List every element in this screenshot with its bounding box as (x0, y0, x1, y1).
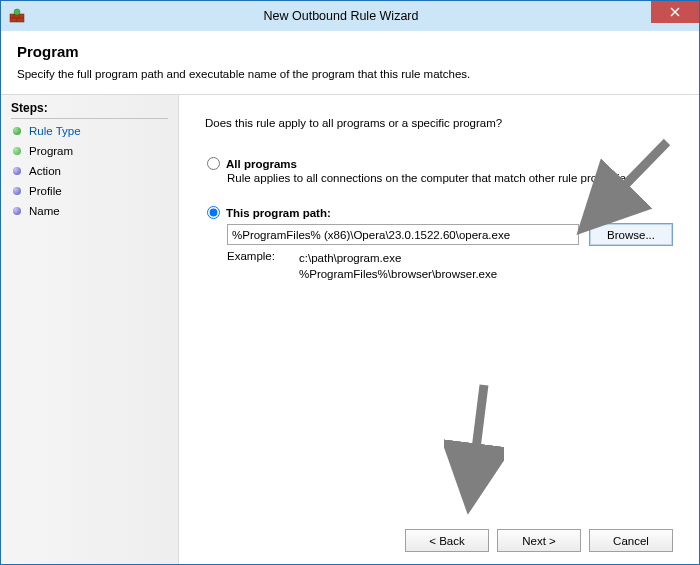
step-bullet-icon (13, 207, 21, 215)
radio-all-programs[interactable] (207, 157, 220, 170)
wizard-body: Steps: Rule Type Program Action Profile … (1, 95, 699, 564)
example-line: %ProgramFiles%\browser\browser.exe (299, 266, 497, 282)
example-line: c:\path\program.exe (299, 250, 497, 266)
option-this-program-path: This program path: Browse... Example: c:… (205, 206, 673, 282)
cancel-button[interactable]: Cancel (589, 529, 673, 552)
next-button[interactable]: Next > (497, 529, 581, 552)
wizard-header: Program Specify the full program path an… (1, 31, 699, 95)
page-subtitle: Specify the full program path and execut… (17, 68, 683, 80)
window-title: New Outbound Rule Wizard (31, 9, 699, 23)
example-block: Example: c:\path\program.exe %ProgramFil… (227, 250, 673, 282)
sidebar-item-label: Profile (29, 185, 62, 197)
sidebar-item-label: Program (29, 145, 73, 157)
steps-title: Steps: (11, 101, 168, 119)
option-description: Rule applies to all connections on the c… (227, 172, 673, 184)
step-bullet-icon (13, 167, 21, 175)
close-button[interactable] (651, 1, 699, 23)
step-bullet-icon (13, 187, 21, 195)
sidebar-item-program: Program (11, 141, 168, 161)
svg-line-10 (470, 385, 484, 497)
sidebar-item-rule-type[interactable]: Rule Type (11, 121, 168, 141)
wizard-footer: < Back Next > Cancel (205, 517, 673, 552)
back-button[interactable]: < Back (405, 529, 489, 552)
sidebar-item-name: Name (11, 201, 168, 221)
annotation-arrow-icon (444, 375, 504, 515)
option-label: This program path: (226, 207, 331, 219)
sidebar-item-action: Action (11, 161, 168, 181)
step-bullet-icon (13, 127, 21, 135)
option-all-programs: All programs Rule applies to all connect… (205, 157, 673, 184)
sidebar-item-profile: Profile (11, 181, 168, 201)
close-icon (670, 7, 680, 17)
wizard-content: Does this rule apply to all programs or … (179, 95, 699, 564)
question-text: Does this rule apply to all programs or … (205, 117, 673, 129)
example-label: Example: (227, 250, 299, 282)
program-path-input[interactable] (227, 224, 579, 245)
radio-this-program-path[interactable] (207, 206, 220, 219)
sidebar-item-label: Name (29, 205, 60, 217)
firewall-icon (9, 8, 25, 24)
browse-button[interactable]: Browse... (589, 223, 673, 246)
title-bar: New Outbound Rule Wizard (1, 1, 699, 31)
step-bullet-icon (13, 147, 21, 155)
sidebar-item-label: Rule Type (29, 125, 81, 137)
svg-point-6 (14, 9, 20, 15)
option-label: All programs (226, 158, 297, 170)
wizard-window: New Outbound Rule Wizard Program Specify… (0, 0, 700, 565)
page-title: Program (17, 43, 683, 60)
sidebar-item-label: Action (29, 165, 61, 177)
steps-sidebar: Steps: Rule Type Program Action Profile … (1, 95, 179, 564)
